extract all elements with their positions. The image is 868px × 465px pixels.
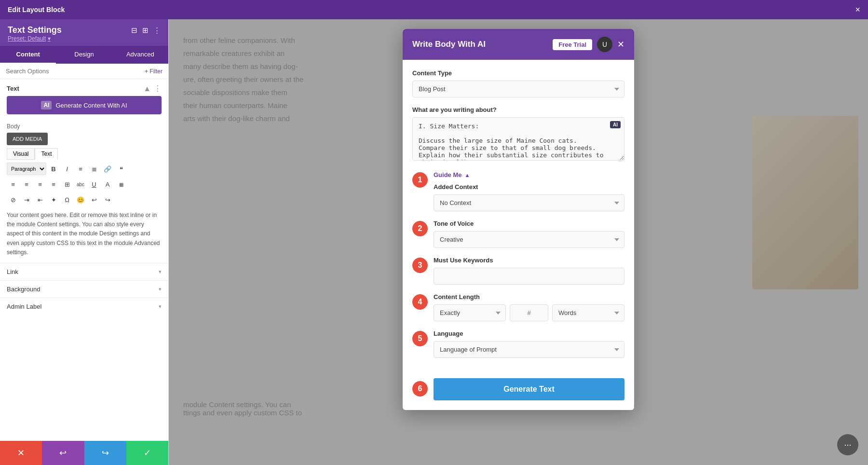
outdent-button[interactable]: ⇤	[34, 193, 46, 206]
step-6-content: Generate Text	[434, 376, 624, 400]
undo-history-button[interactable]: ↩	[42, 441, 84, 465]
tab-content[interactable]: Content	[0, 46, 56, 64]
editor-tab-visual[interactable]: Visual	[7, 148, 35, 160]
italic-button[interactable]: I	[61, 163, 73, 175]
symbol-button[interactable]: ✦	[47, 193, 60, 206]
search-input[interactable]	[6, 68, 141, 75]
modal-body: Content Type Blog Post What are you writ…	[403, 60, 634, 376]
quote-button[interactable]: ❝	[115, 163, 127, 175]
align-center-button[interactable]: ≡	[20, 178, 33, 191]
tone-of-voice-select[interactable]: Creative	[434, 231, 624, 248]
top-bar: Edit Layout Block ×	[0, 0, 868, 19]
bold-button[interactable]: B	[47, 163, 60, 175]
step-1-row: 1 Guide Me ▲ Added Context No Context	[412, 171, 624, 211]
cancel-button[interactable]: ✕	[0, 441, 42, 465]
text-format-button[interactable]: abc	[74, 178, 87, 191]
content-length-exactly-select[interactable]: Exactly	[434, 304, 506, 321]
writing-about-textarea[interactable]: I. Size Matters: Discuss the large size …	[412, 117, 624, 161]
bottom-action-bar: ✕ ↩ ↪ ✓	[0, 441, 168, 465]
table-button[interactable]: ⊞	[61, 178, 73, 191]
link-section: Link ▾	[0, 263, 168, 280]
background-section: Background ▾	[0, 280, 168, 298]
tab-design[interactable]: Design	[56, 46, 112, 64]
editor-tab-text[interactable]: Text	[35, 148, 58, 160]
add-media-button[interactable]: ADD MEDIA	[7, 133, 48, 145]
editor-toolbar-row3: ⊘ ⇥ ⇤ ✦ Ω 😊 ↩ ↪	[7, 193, 162, 206]
content-length-number-input[interactable]	[510, 304, 548, 321]
step-3-circle: 3	[412, 258, 428, 273]
content-type-select[interactable]: Blog Post	[412, 81, 624, 97]
generate-text-button[interactable]: Generate Text	[434, 378, 624, 400]
panel-tabs: Content Design Advanced	[0, 46, 168, 64]
step-4-row: 4 Content Length Exactly Words	[412, 293, 624, 321]
emoji-button[interactable]: 😊	[74, 193, 87, 206]
top-bar-close-button[interactable]: ×	[855, 5, 860, 15]
background-label: Background	[7, 286, 40, 293]
modal-close-button[interactable]: ✕	[617, 39, 624, 50]
body-label: Body	[7, 123, 162, 130]
admin-chevron-icon: ▾	[159, 303, 162, 310]
paragraph-select[interactable]: Paragraph	[7, 163, 46, 175]
body-text-content: Your content goes here. Edit or remove t…	[7, 209, 162, 259]
keywords-label: Must Use Keywords	[434, 257, 624, 264]
writing-about-group: What are you writing about? I. Size Matt…	[412, 106, 624, 163]
modal-title: Write Body With AI	[412, 40, 486, 49]
panel-icon-more[interactable]: ⋮	[153, 26, 161, 35]
indent-button[interactable]: ⇥	[20, 193, 33, 206]
step-3-row: 3 Must Use Keywords	[412, 257, 624, 285]
align-justify-button[interactable]: ≡	[47, 178, 60, 191]
tab-advanced[interactable]: Advanced	[112, 46, 168, 64]
language-select[interactable]: Language of Prompt	[434, 341, 624, 358]
tone-of-voice-label: Tone of Voice	[434, 220, 624, 227]
content-length-words-select[interactable]: Words	[552, 304, 624, 321]
redo-button[interactable]: ↪	[101, 193, 114, 206]
section-more-icon[interactable]: ⋮	[154, 84, 162, 93]
free-trial-badge[interactable]: Free Trial	[553, 39, 592, 50]
panel-preset[interactable]: Preset: Default ▾	[8, 35, 161, 42]
step-1-content: Guide Me ▲ Added Context No Context	[434, 171, 624, 211]
redo-history-button[interactable]: ↪	[84, 441, 126, 465]
background-section-header[interactable]: Background ▾	[7, 286, 162, 293]
panel-icon-settings[interactable]: ⊟	[131, 26, 137, 35]
background-chevron-icon: ▾	[159, 286, 162, 292]
section-collapse-icon[interactable]: ▲	[143, 84, 151, 93]
guide-me-link[interactable]: Guide Me	[434, 171, 462, 178]
admin-label-section: Admin Label ▾	[0, 298, 168, 315]
language-label: Language	[434, 330, 624, 337]
omega-button[interactable]: Ω	[61, 193, 73, 206]
panel-icon-columns[interactable]: ⊞	[142, 26, 149, 35]
link-section-header[interactable]: Link ▾	[7, 268, 162, 275]
editor-toolbar-row1: Paragraph B I ≡ ≣ 🔗 ❝	[7, 163, 162, 175]
added-context-select[interactable]: No Context	[434, 194, 624, 211]
align-right-button[interactable]: ≡	[34, 178, 46, 191]
clear-button[interactable]: ⊘	[7, 193, 19, 206]
underline-button[interactable]: U	[88, 178, 100, 191]
color-button[interactable]: A	[101, 178, 114, 191]
link-label: Link	[7, 268, 18, 275]
generate-content-button[interactable]: AI Generate Content With AI	[7, 96, 162, 114]
step-2-circle: 2	[412, 221, 428, 236]
content-type-label: Content Type	[412, 69, 624, 77]
filter-button[interactable]: + Filter	[145, 68, 163, 75]
guide-me-arrow-icon: ▲	[465, 172, 470, 178]
panel-search-row: + Filter	[0, 64, 168, 79]
step-6-circle: 6	[412, 381, 428, 397]
link-button[interactable]: 🔗	[101, 163, 114, 175]
section-label-text: Text	[7, 85, 19, 92]
undo-button[interactable]: ↩	[88, 193, 100, 206]
save-button[interactable]: ✓	[126, 441, 168, 465]
ul-button[interactable]: ≡	[74, 163, 87, 175]
floating-more-button[interactable]: ···	[837, 434, 858, 455]
admin-label-section-header[interactable]: Admin Label ▾	[7, 303, 162, 310]
keywords-input[interactable]	[434, 268, 624, 285]
editor-toolbar-row2: ≡ ≡ ≡ ≡ ⊞ abc U A ▦	[7, 178, 162, 191]
step-5-circle: 5	[412, 331, 428, 346]
main-layout: Text Settings ⊟ ⊞ ⋮ Preset: Default ▾ Co…	[0, 19, 868, 465]
step-2-content: Tone of Voice Creative	[434, 220, 624, 248]
align-left-button[interactable]: ≡	[7, 178, 19, 191]
ol-button[interactable]: ≣	[88, 163, 100, 175]
bg-color-button[interactable]: ▦	[115, 178, 127, 191]
chevron-down-icon: ▾	[48, 35, 51, 42]
admin-label-label: Admin Label	[7, 303, 41, 310]
content-area: from other feline companions. With remar…	[169, 19, 868, 465]
